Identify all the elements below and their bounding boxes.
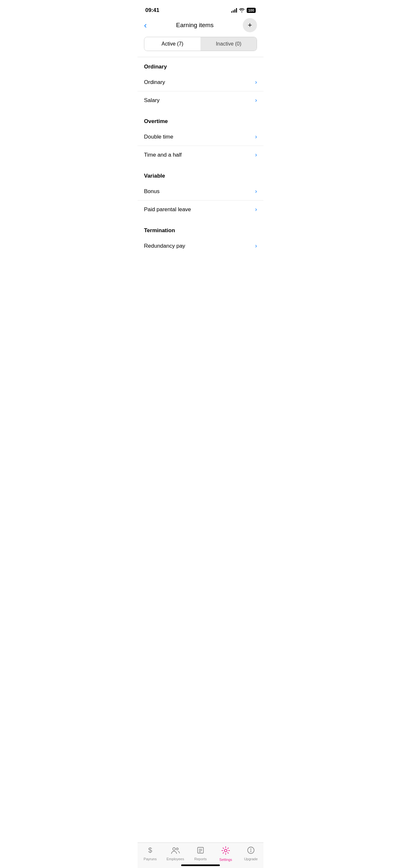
- battery-icon: 100: [247, 8, 256, 13]
- list-item-time-and-a-half[interactable]: Time and a half ›: [137, 146, 264, 164]
- chevron-right-icon: ›: [255, 243, 257, 249]
- back-button[interactable]: ‹: [144, 21, 147, 29]
- section-header-variable: Variable: [137, 166, 264, 182]
- signal-bars-icon: [231, 8, 237, 12]
- nav-bar: ‹ Earning items +: [137, 16, 264, 34]
- status-bar: 09:41 100: [137, 0, 264, 16]
- item-label-bonus: Bonus: [144, 188, 159, 195]
- status-time: 09:41: [145, 7, 159, 13]
- item-label-salary: Salary: [144, 97, 159, 104]
- inactive-tab[interactable]: Inactive (0): [201, 37, 257, 51]
- item-label-paid-parental: Paid parental leave: [144, 206, 191, 213]
- chevron-right-icon: ›: [255, 188, 257, 195]
- item-label-ordinary: Ordinary: [144, 79, 165, 86]
- list-item-ordinary[interactable]: Ordinary ›: [137, 73, 264, 91]
- status-icons: 100: [231, 8, 256, 13]
- list-item-double-time[interactable]: Double time ›: [137, 128, 264, 146]
- list-item-salary[interactable]: Salary ›: [137, 91, 264, 109]
- main-content: Ordinary Ordinary › Salary › Overtime Do…: [137, 57, 264, 290]
- list-item-bonus[interactable]: Bonus ›: [137, 182, 264, 200]
- chevron-right-icon: ›: [255, 133, 257, 140]
- page-title: Earning items: [176, 22, 213, 29]
- section-ordinary: Ordinary Ordinary › Salary ›: [137, 57, 264, 109]
- item-label-time-half: Time and a half: [144, 152, 182, 158]
- chevron-right-icon: ›: [255, 79, 257, 86]
- segment-control: Active (7) Inactive (0): [144, 37, 257, 51]
- section-header-ordinary: Ordinary: [137, 57, 264, 73]
- chevron-right-icon: ›: [255, 206, 257, 213]
- section-variable: Variable Bonus › Paid parental leave ›: [137, 166, 264, 218]
- add-button[interactable]: +: [243, 18, 257, 32]
- section-header-overtime: Overtime: [137, 112, 264, 128]
- list-item-paid-parental-leave[interactable]: Paid parental leave ›: [137, 200, 264, 218]
- list-item-redundancy-pay[interactable]: Redundancy pay ›: [137, 237, 264, 255]
- section-overtime: Overtime Double time › Time and a half ›: [137, 112, 264, 164]
- active-tab[interactable]: Active (7): [144, 37, 201, 51]
- chevron-right-icon: ›: [255, 151, 257, 158]
- section-termination: Termination Redundancy pay ›: [137, 221, 264, 255]
- item-label-redundancy: Redundancy pay: [144, 243, 185, 249]
- wifi-icon: [239, 8, 245, 13]
- item-label-double-time: Double time: [144, 134, 174, 140]
- chevron-right-icon: ›: [255, 97, 257, 104]
- section-header-termination: Termination: [137, 221, 264, 237]
